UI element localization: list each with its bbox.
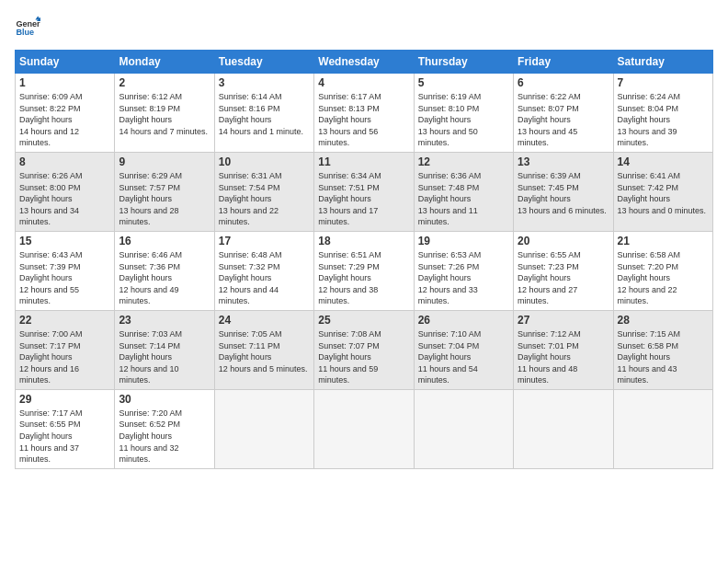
calendar-cell: 6Sunrise: 6:22 AMSunset: 8:07 PMDaylight…: [514, 74, 613, 153]
day-number: 14: [618, 155, 709, 168]
day-number: 11: [318, 155, 409, 168]
calendar-cell: [514, 389, 613, 468]
day-info: Sunrise: 7:17 AMSunset: 6:55 PMDaylight …: [19, 408, 110, 465]
logo: General Blue: [15, 15, 44, 40]
day-info: Sunrise: 7:08 AMSunset: 7:07 PMDaylight …: [318, 328, 409, 386]
day-info: Sunrise: 6:46 AMSunset: 7:36 PMDaylight …: [119, 249, 210, 307]
day-number: 6: [518, 76, 609, 89]
day-number: 24: [219, 314, 310, 327]
day-info: Sunrise: 7:05 AMSunset: 7:11 PMDaylight …: [219, 328, 310, 374]
day-number: 20: [518, 235, 609, 247]
day-number: 13: [518, 155, 609, 168]
day-number: 3: [219, 76, 310, 89]
calendar-cell: [613, 389, 712, 468]
page-container: General Blue SundayMondayTuesdayWednesda…: [0, 0, 728, 478]
calendar-cell: 2Sunrise: 6:12 AMSunset: 8:19 PMDaylight…: [115, 74, 214, 153]
calendar-cell: 22Sunrise: 7:00 AMSunset: 7:17 PMDayligh…: [16, 310, 115, 389]
weekday-header-sunday: Sunday: [16, 51, 115, 74]
calendar-cell: 18Sunrise: 6:51 AMSunset: 7:29 PMDayligh…: [314, 231, 414, 310]
calendar-cell: 11Sunrise: 6:34 AMSunset: 7:51 PMDayligh…: [314, 152, 414, 231]
calendar-cell: 13Sunrise: 6:39 AMSunset: 7:45 PMDayligh…: [514, 152, 613, 231]
day-info: Sunrise: 6:55 AMSunset: 7:23 PMDaylight …: [518, 249, 609, 307]
day-info: Sunrise: 7:03 AMSunset: 7:14 PMDaylight …: [119, 328, 210, 386]
calendar-cell: 1Sunrise: 6:09 AMSunset: 8:22 PMDaylight…: [16, 74, 115, 153]
day-info: Sunrise: 6:19 AMSunset: 8:10 PMDaylight …: [418, 91, 509, 149]
day-number: 12: [418, 155, 509, 168]
day-number: 10: [219, 155, 310, 168]
calendar-week-row: 29Sunrise: 7:17 AMSunset: 6:55 PMDayligh…: [16, 389, 713, 468]
calendar-cell: 29Sunrise: 7:17 AMSunset: 6:55 PMDayligh…: [16, 389, 115, 468]
day-info: Sunrise: 6:14 AMSunset: 8:16 PMDaylight …: [219, 91, 310, 137]
day-info: Sunrise: 7:15 AMSunset: 6:58 PMDaylight …: [618, 328, 709, 386]
logo-icon: General Blue: [15, 15, 40, 40]
day-number: 26: [418, 314, 509, 327]
day-info: Sunrise: 7:12 AMSunset: 7:01 PMDaylight …: [518, 328, 609, 386]
day-info: Sunrise: 7:20 AMSunset: 6:52 PMDaylight …: [119, 408, 210, 465]
day-number: 2: [119, 76, 210, 89]
day-number: 21: [618, 235, 709, 247]
day-number: 23: [119, 314, 210, 327]
calendar-table: SundayMondayTuesdayWednesdayThursdayFrid…: [15, 50, 713, 469]
day-number: 22: [19, 314, 110, 327]
weekday-header-monday: Monday: [115, 51, 214, 74]
day-number: 19: [418, 235, 509, 247]
day-number: 27: [518, 314, 609, 327]
day-number: 7: [618, 76, 709, 89]
calendar-cell: 4Sunrise: 6:17 AMSunset: 8:13 PMDaylight…: [314, 74, 414, 153]
calendar-cell: 7Sunrise: 6:24 AMSunset: 8:04 PMDaylight…: [613, 74, 712, 153]
day-info: Sunrise: 6:48 AMSunset: 7:32 PMDaylight …: [219, 249, 310, 307]
calendar-week-row: 15Sunrise: 6:43 AMSunset: 7:39 PMDayligh…: [16, 231, 713, 310]
day-info: Sunrise: 6:43 AMSunset: 7:39 PMDaylight …: [19, 249, 110, 307]
day-number: 4: [318, 76, 409, 89]
calendar-cell: 27Sunrise: 7:12 AMSunset: 7:01 PMDayligh…: [514, 310, 613, 389]
day-number: 25: [318, 314, 409, 327]
calendar-week-row: 8Sunrise: 6:26 AMSunset: 8:00 PMDaylight…: [16, 152, 713, 231]
calendar-cell: [314, 389, 414, 468]
day-number: 29: [19, 393, 110, 406]
day-info: Sunrise: 6:29 AMSunset: 7:57 PMDaylight …: [119, 170, 210, 228]
day-number: 18: [318, 235, 409, 247]
calendar-cell: 25Sunrise: 7:08 AMSunset: 7:07 PMDayligh…: [314, 310, 414, 389]
calendar-cell: 10Sunrise: 6:31 AMSunset: 7:54 PMDayligh…: [214, 152, 313, 231]
calendar-cell: [214, 389, 313, 468]
day-info: Sunrise: 6:31 AMSunset: 7:54 PMDaylight …: [219, 170, 310, 228]
calendar-cell: 17Sunrise: 6:48 AMSunset: 7:32 PMDayligh…: [214, 231, 313, 310]
calendar-cell: [414, 389, 513, 468]
calendar-cell: 30Sunrise: 7:20 AMSunset: 6:52 PMDayligh…: [115, 389, 214, 468]
day-info: Sunrise: 6:12 AMSunset: 8:19 PMDaylight …: [119, 91, 210, 137]
day-info: Sunrise: 6:53 AMSunset: 7:26 PMDaylight …: [418, 249, 509, 307]
day-number: 8: [19, 155, 110, 168]
weekday-header-wednesday: Wednesday: [314, 51, 414, 74]
day-info: Sunrise: 7:10 AMSunset: 7:04 PMDaylight …: [418, 328, 509, 386]
day-number: 28: [618, 314, 709, 327]
day-number: 15: [19, 235, 110, 247]
day-info: Sunrise: 6:58 AMSunset: 7:20 PMDaylight …: [618, 249, 709, 307]
day-info: Sunrise: 6:39 AMSunset: 7:45 PMDaylight …: [518, 170, 609, 216]
header: General Blue: [15, 15, 713, 40]
calendar-cell: 12Sunrise: 6:36 AMSunset: 7:48 PMDayligh…: [414, 152, 513, 231]
weekday-header-friday: Friday: [514, 51, 613, 74]
day-number: 1: [19, 76, 110, 89]
day-number: 17: [219, 235, 310, 247]
day-number: 9: [119, 155, 210, 168]
weekday-header-row: SundayMondayTuesdayWednesdayThursdayFrid…: [16, 51, 713, 74]
day-info: Sunrise: 6:26 AMSunset: 8:00 PMDaylight …: [19, 170, 110, 228]
day-info: Sunrise: 6:17 AMSunset: 8:13 PMDaylight …: [318, 91, 409, 149]
day-info: Sunrise: 6:09 AMSunset: 8:22 PMDaylight …: [19, 91, 110, 149]
day-info: Sunrise: 6:24 AMSunset: 8:04 PMDaylight …: [618, 91, 709, 149]
calendar-cell: 14Sunrise: 6:41 AMSunset: 7:42 PMDayligh…: [613, 152, 712, 231]
day-info: Sunrise: 6:22 AMSunset: 8:07 PMDaylight …: [518, 91, 609, 149]
day-number: 5: [418, 76, 509, 89]
calendar-cell: 15Sunrise: 6:43 AMSunset: 7:39 PMDayligh…: [16, 231, 115, 310]
calendar-cell: 9Sunrise: 6:29 AMSunset: 7:57 PMDaylight…: [115, 152, 214, 231]
calendar-week-row: 22Sunrise: 7:00 AMSunset: 7:17 PMDayligh…: [16, 310, 713, 389]
calendar-cell: 3Sunrise: 6:14 AMSunset: 8:16 PMDaylight…: [214, 74, 313, 153]
calendar-cell: 8Sunrise: 6:26 AMSunset: 8:00 PMDaylight…: [16, 152, 115, 231]
day-info: Sunrise: 6:36 AMSunset: 7:48 PMDaylight …: [418, 170, 509, 228]
calendar-cell: 21Sunrise: 6:58 AMSunset: 7:20 PMDayligh…: [613, 231, 712, 310]
day-info: Sunrise: 6:51 AMSunset: 7:29 PMDaylight …: [318, 249, 409, 307]
calendar-cell: 28Sunrise: 7:15 AMSunset: 6:58 PMDayligh…: [613, 310, 712, 389]
day-info: Sunrise: 7:00 AMSunset: 7:17 PMDaylight …: [19, 328, 110, 386]
calendar-cell: 24Sunrise: 7:05 AMSunset: 7:11 PMDayligh…: [214, 310, 313, 389]
calendar-cell: 19Sunrise: 6:53 AMSunset: 7:26 PMDayligh…: [414, 231, 513, 310]
